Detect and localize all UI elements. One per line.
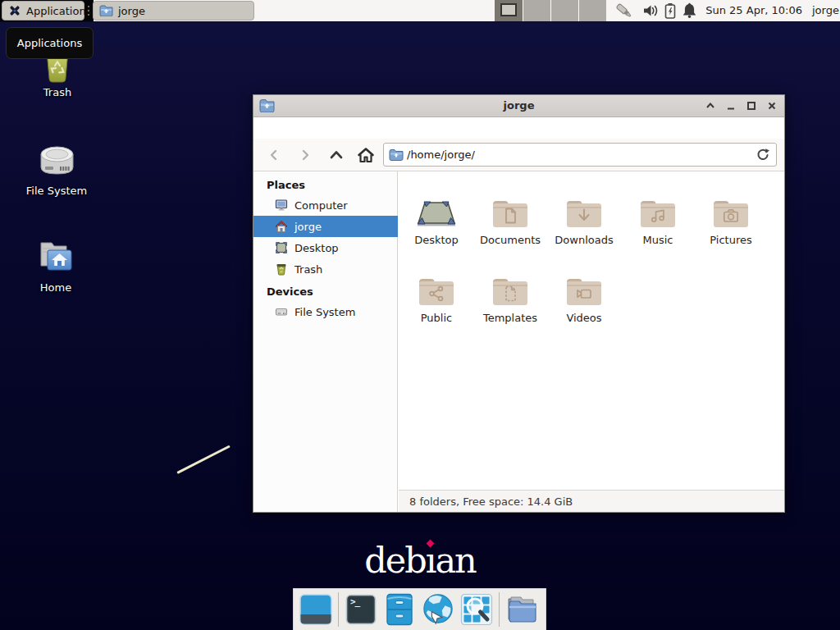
sidebar-item-trash[interactable]: Trash [253,258,398,280]
sidebar-item-jorge[interactable]: jorge [253,216,398,237]
desktop-icon-home[interactable] [37,239,75,275]
battery-icon[interactable] [664,2,676,19]
xfce-logo-icon [8,4,21,17]
desktop-icon-filesystem-label[interactable]: File System [3,185,110,197]
volume-icon[interactable] [642,3,660,18]
sidebar-item-filesystem[interactable]: File System [253,301,398,322]
desktop-icon-trash-label[interactable]: Trash [4,86,111,98]
share-emblem-icon [428,285,445,302]
folder-icon [417,275,456,308]
home-icon [275,220,288,233]
folder-icon [711,197,751,230]
home-button[interactable] [354,144,377,167]
panel-handle[interactable] [87,5,90,16]
drive-small-icon [275,305,288,318]
path-input[interactable] [407,144,751,165]
path-bar[interactable] [383,143,777,167]
workspace-window-thumb [500,3,517,16]
dock-separator [338,592,339,627]
sidebar: Places Computer [253,171,398,512]
close-button[interactable] [766,100,778,112]
folder-icon [564,197,604,230]
sidebar-item-label: Computer [294,199,348,212]
desktop-icon-home-label[interactable]: Home [2,281,109,294]
hard-drive-icon [38,141,76,179]
music-emblem-icon [650,208,666,224]
folder-view[interactable]: Desktop Documents [399,171,784,490]
folder-item-label: Documents [474,234,546,246]
app-finder-icon[interactable] [460,593,493,626]
terminal-prompt-glyph: >_ [350,596,359,607]
desktop-pad-icon [400,184,472,230]
web-browser-icon[interactable] [422,593,454,626]
cursor-trail-artifact [176,445,231,473]
desktop-icon-filesystem[interactable] [38,141,76,179]
folder-icon [638,197,678,230]
folder-icon [99,5,113,16]
panel-username[interactable]: jorge [812,0,839,21]
folder-item-label: Pictures [695,234,767,246]
folder-item-label: Public [400,312,472,324]
toolbar [253,139,784,171]
panel-clock[interactable]: Sun 25 Apr, 10:06 [702,0,802,21]
path-folder-icon [389,148,404,161]
folder-item-videos[interactable]: Videos [548,262,620,324]
camera-emblem-icon [723,208,739,224]
taskbar-window-button[interactable]: jorge [93,1,254,21]
bell-icon[interactable] [682,2,697,19]
applications-menu-button[interactable]: Applications [2,1,84,21]
tooltip-text: Applications [17,37,82,49]
folder-icon [491,197,530,230]
folder-item-documents[interactable]: Documents [474,184,546,246]
folder-shortcut-icon[interactable] [505,593,538,626]
places-header: Places [253,176,398,194]
show-desktop-icon[interactable] [299,593,332,626]
folder-item-desktop[interactable]: Desktop [400,184,472,246]
shade-button[interactable] [705,100,716,112]
trash-small-icon [275,262,288,276]
folder-item-public[interactable]: Public [400,262,472,324]
folder-item-label: Desktop [400,234,472,246]
window-controls [705,95,778,116]
folder-item-label: Templates [474,312,546,324]
forward-button[interactable] [294,144,317,167]
workspace-2[interactable] [523,0,550,21]
workspace-4[interactable] [578,0,606,21]
desktop: Applications jorge [0,0,840,630]
file-manager-icon[interactable] [383,593,416,626]
debian-logo-text: debıan [364,540,476,581]
minimize-button[interactable] [725,100,737,112]
devices-header: Devices [253,283,398,301]
applications-tooltip: Applications [6,27,94,59]
sidebar-item-label: Desktop [294,242,339,254]
workspace-3[interactable] [550,0,578,21]
folder-item-downloads[interactable]: Downloads [548,184,620,246]
folder-item-label: Videos [548,312,620,324]
folder-icon [491,275,530,308]
video-emblem-icon [576,285,592,302]
taskbar-window-label: jorge [118,5,145,17]
folder-item-pictures[interactable]: Pictures [695,184,767,246]
reload-icon[interactable] [756,148,770,162]
computer-icon [275,199,288,212]
folder-icon [564,275,604,308]
sidebar-item-label: Trash [294,263,322,276]
template-emblem-icon [502,285,518,302]
download-emblem-icon [576,208,592,224]
workspace-switcher[interactable] [495,0,606,21]
folder-item-label: Music [622,234,694,246]
stylus-icon[interactable] [614,2,634,20]
folder-item-music[interactable]: Music [622,184,694,246]
up-button[interactable] [325,144,348,167]
folder-item-label: Downloads [548,234,620,246]
top-panel: Applications jorge [0,0,840,22]
window-titlebar[interactable]: jorge [253,95,784,117]
applications-menu-label: Applications [26,5,91,17]
back-button[interactable] [262,144,285,167]
sidebar-item-computer[interactable]: Computer [253,194,398,216]
folder-item-templates[interactable]: Templates [474,262,546,324]
terminal-icon[interactable]: >_ [345,593,377,626]
workspace-1[interactable] [495,0,523,21]
sidebar-item-desktop[interactable]: Desktop [253,237,398,258]
maximize-button[interactable] [746,100,757,112]
